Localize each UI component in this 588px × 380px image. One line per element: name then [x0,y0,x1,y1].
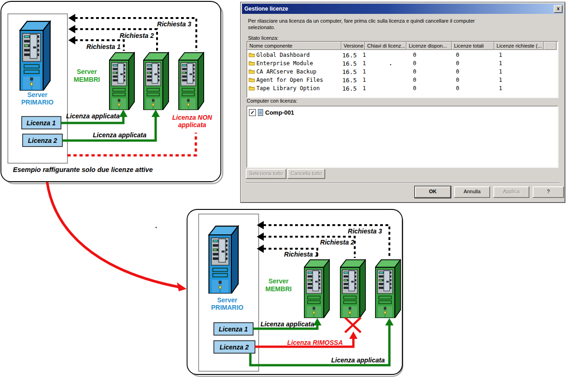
licenses-total-value: 0 [456,85,459,92]
component-version: 16.5 [342,77,357,84]
column-header-license-keys[interactable]: Chiavi di licenz... [365,42,406,50]
license-2-label: Licenza 2 [219,343,249,351]
dialog-description-line: selezionato. [248,24,516,31]
table-row[interactable]: Enterprise Module 16.5 1 . 0 0 1 [247,59,557,67]
component-version: 16.5 [342,52,357,59]
member-server-icon [179,53,204,110]
member-servers-label: MEMBRI [74,76,100,83]
license-1-label: Licenza 1 [218,325,248,333]
folder-icon [249,52,255,57]
licenses-required-value: 1 [499,68,502,75]
licenses-total-value: 0 [456,68,459,75]
licensed-computers-list[interactable]: ✓ Comp-001 [247,106,558,167]
member-server-icon [340,260,366,318]
component-version: 16.5 [342,68,357,75]
cancel-button[interactable]: Annulla [454,186,490,198]
license-applied-label: Licenza applicata [93,131,146,139]
licenses-required-value: 1 [499,52,502,58]
component-version: 16.5 [342,60,357,67]
licenses-required-value: 1 [499,85,502,92]
member-servers-label: MEMBRI [266,285,292,293]
column-header-component[interactable]: Nome componente [247,42,341,50]
license-not-applied-label: Licenza NON [172,114,212,121]
computer-name: Comp-001 [265,109,294,116]
diagram-license-removed: Server PRIMARIO Server MEMBRI Richiesta … [185,206,406,380]
primary-server-label: PRIMARIO [211,304,243,311]
component-name: Global Dashboard [256,52,310,58]
button-separator [245,183,559,184]
primary-server-label: Server [27,91,48,98]
request-1-label: Richiesta 1 [86,43,121,50]
component-name: Tape Library Option [256,85,320,92]
table-row[interactable]: Agent for Open Files 16.5 1 0 0 1 [247,76,557,84]
folder-icon [249,60,255,66]
dialog-description-line: Per rilasciare una licenza da un compute… [248,18,516,24]
ok-button[interactable]: OK [415,186,451,198]
license-management-dialog: Gestione licenze x Per rilasciare una li… [240,2,565,203]
stray-dot: . [389,60,392,67]
member-server-icon [144,53,169,110]
primary-server-label: Server [217,296,237,304]
primary-server-icon [209,226,238,294]
license-2-label: Licenza 2 [28,137,57,144]
stray-dot [156,227,157,228]
computer-checkbox[interactable]: ✓ [249,109,256,116]
license-removed-label: Licenza RIMOSSA [287,339,343,346]
licenses-total-value: 0 [456,60,459,67]
computer-icon [258,109,263,116]
licenses-required-value: 1 [499,60,502,67]
list-item-computer[interactable]: ✓ Comp-001 [249,108,294,116]
table-row[interactable]: Tape Library Option 16.5 1 0 0 1 [247,84,557,92]
primary-server-icon [20,21,50,91]
primary-server-label: PRIMARIO [21,98,54,106]
diagram-two-active-licenses: Server PRIMARIO Server MEMBRI Richiesta … [0,0,226,187]
dialog-titlebar: Gestione licenze [242,4,563,14]
license-applied-label: Licenza applicata [66,112,120,120]
diagram-caption: Esempio raffigurante solo due licenze at… [13,166,153,173]
column-header-licenses-available[interactable]: Licenze dispon... [406,42,452,50]
license-keys-value: 1 [363,77,366,83]
licenses-available-value: 0 [413,77,416,83]
column-header-version[interactable]: Versione [341,42,365,50]
licenses-total-value: 0 [456,52,459,58]
folder-icon [249,85,255,91]
request-3-label: Richiesta 3 [157,20,191,28]
licensed-computers-label: Computer con licenza: [247,98,297,104]
licenses-total-value: 0 [456,77,459,83]
licenses-available-value: 0 [413,68,416,75]
column-header-licenses-total[interactable]: Licenze totali [452,42,494,50]
page: Server PRIMARIO Server MEMBRI Richiesta … [0,0,588,380]
request-2-label: Richiesta 2 [320,239,354,246]
license-status-label: Stato licenza: [248,35,279,41]
license-keys-value: 1 [363,52,366,58]
clear-all-button[interactable]: Cancella tutto [287,169,325,179]
component-name: Agent for Open Files [256,77,323,83]
folder-icon [249,77,255,82]
component-name: Enterprise Module [256,60,313,67]
table-row[interactable]: CA ARCserve Backup 16.5 1 0 0 1 [247,67,557,76]
table-row[interactable]: Global Dashboard 16.5 1 0 0 1 [247,51,557,59]
component-name: CA ARCserve Backup [256,68,316,75]
license-1-label: Licenza 1 [26,119,55,127]
dialog-description: Per rilasciare una licenza da un compute… [248,18,516,31]
member-servers-label: Server [77,68,97,75]
transition-curve [47,182,179,287]
transition-arrow [0,176,194,296]
license-keys-value: 1 [363,68,366,75]
request-1-label: Richiesta 1 [284,251,318,258]
column-header-licenses-required[interactable]: Licenze richieste (... [494,42,544,50]
licenses-available-value: 0 [413,60,416,67]
licenses-available-value: 0 [413,85,416,92]
help-button[interactable]: ? [533,186,564,198]
member-server-icon [304,260,330,318]
select-all-button[interactable]: Seleziona tutto [246,169,286,179]
component-version: 16.5 [342,85,357,92]
close-icon[interactable]: x [554,5,563,13]
member-server-icon [109,53,134,110]
member-servers-label: Server [268,277,289,285]
request-2-label: Richiesta 2 [120,32,154,39]
apply-button[interactable]: Applica [493,186,529,198]
license-keys-value: 1 [363,85,366,92]
licenses-required-value: 1 [499,77,502,83]
license-applied-label: Licenza applicata [261,320,314,328]
